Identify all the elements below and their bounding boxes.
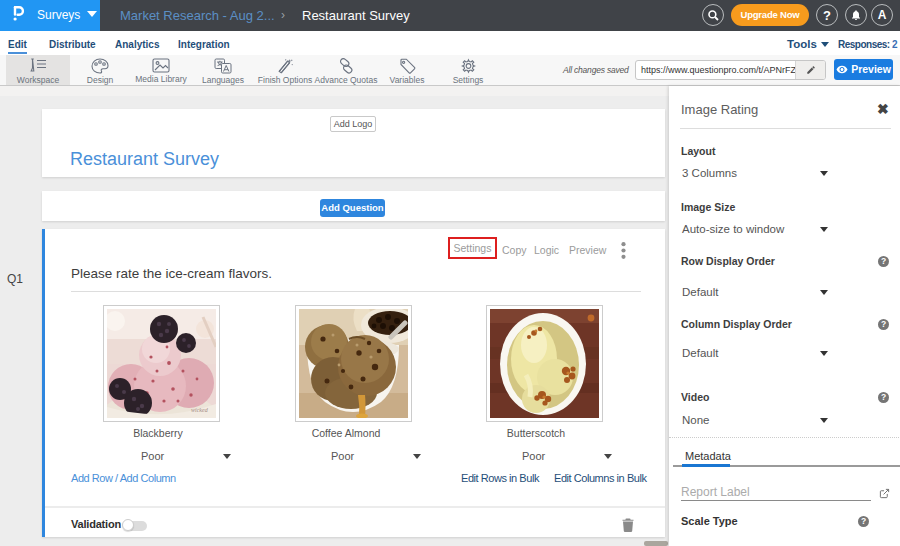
svg-text:wicked: wicked (191, 407, 209, 413)
